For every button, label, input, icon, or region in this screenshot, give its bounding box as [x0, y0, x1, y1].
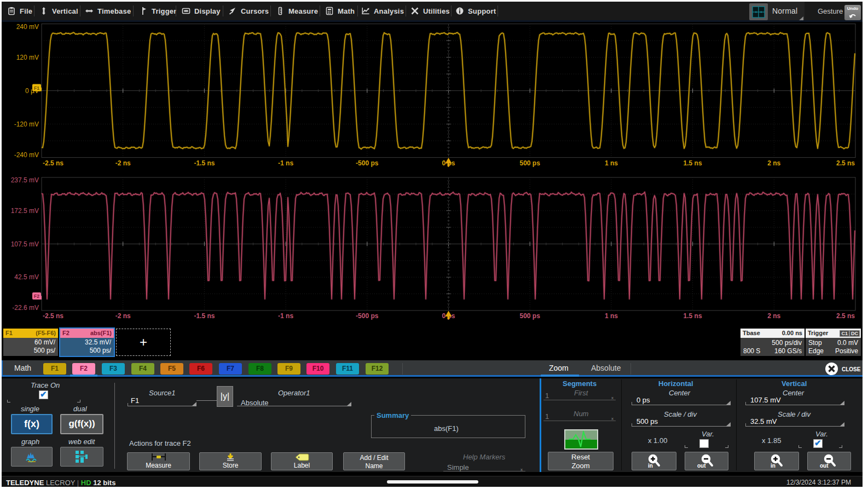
- svg-text:-500 ps: -500 ps: [356, 159, 379, 167]
- svg-text:-1.5 ns: -1.5 ns: [194, 312, 215, 320]
- svg-text:237.5 mV: 237.5 mV: [11, 176, 39, 184]
- svg-text:out: out: [697, 463, 706, 468]
- svg-text:-240 mV: -240 mV: [14, 151, 39, 159]
- svg-text:1 ns: 1 ns: [605, 159, 618, 167]
- svg-text:-2.5 ns: -2.5 ns: [43, 159, 63, 167]
- svg-text:-22.6 mV: -22.6 mV: [12, 304, 39, 312]
- svg-text:2.5 ns: 2.5 ns: [836, 312, 855, 320]
- svg-text:out: out: [820, 463, 829, 468]
- svg-text:120 mV: 120 mV: [16, 54, 39, 61]
- svg-text:F2: F2: [34, 294, 39, 299]
- svg-text:2 ns: 2 ns: [767, 312, 780, 320]
- svg-text:1.5 ns: 1.5 ns: [684, 159, 702, 167]
- svg-text:in: in: [771, 463, 776, 468]
- svg-text:-2 ns: -2 ns: [115, 159, 131, 167]
- svg-text:-2.5 ns: -2.5 ns: [43, 312, 63, 320]
- svg-text:-1 ns: -1 ns: [278, 159, 293, 167]
- svg-text:1.5 ns: 1.5 ns: [684, 312, 702, 320]
- svg-text:240 mV: 240 mV: [16, 23, 39, 31]
- svg-text:2.5 ns: 2.5 ns: [836, 159, 855, 167]
- svg-text:-2 ns: -2 ns: [115, 312, 131, 320]
- svg-text:107.5 mV: 107.5 mV: [11, 240, 39, 248]
- svg-text:500 ps: 500 ps: [520, 312, 541, 320]
- svg-text:F1: F1: [34, 85, 39, 91]
- svg-text:-120 mV: -120 mV: [14, 120, 39, 128]
- svg-text:-1.5 ns: -1.5 ns: [194, 159, 215, 167]
- svg-text:172.5 mV: 172.5 mV: [11, 207, 39, 215]
- svg-text:-1 ns: -1 ns: [278, 312, 293, 320]
- svg-text:500 ps: 500 ps: [520, 159, 541, 167]
- svg-text:-500 ps: -500 ps: [356, 312, 379, 320]
- svg-text:in: in: [648, 463, 653, 468]
- svg-text:1 ns: 1 ns: [605, 312, 618, 320]
- svg-text:42.5 mV: 42.5 mV: [14, 273, 39, 281]
- svg-text:2 ns: 2 ns: [767, 159, 780, 167]
